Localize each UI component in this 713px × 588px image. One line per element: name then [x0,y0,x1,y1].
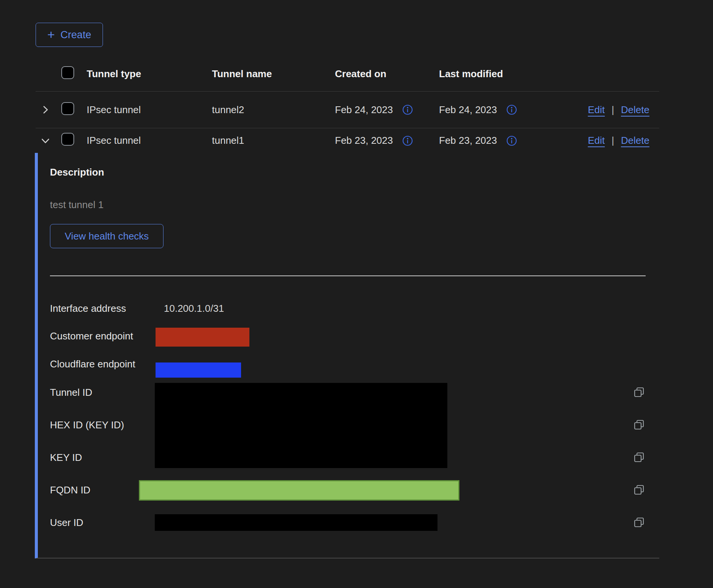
select-all-checkbox[interactable] [61,66,74,79]
detail-label-tunnel-id: Tunnel ID [50,387,92,398]
edit-link[interactable]: Edit [588,104,605,116]
chevron-down-icon [39,135,51,147]
action-separator: | [612,104,614,116]
created-on-cell: Feb 23, 2023 [335,135,393,146]
detail-label-cloudflare-endpoint: Cloudflare endpoint [50,358,135,370]
description-heading: Description [50,166,104,178]
last-modified-cell: Feb 23, 2023 [439,135,497,146]
table-row: IPsec tunnel tunnel2 Feb 24, 2023 Feb 24… [36,92,659,128]
column-header-last-modified: Last modified [439,68,583,80]
tunnel-name-cell: tunnel2 [212,104,335,116]
tunnels-table: Tunnel type Tunnel name Created on Last … [36,57,659,558]
expand-row-button[interactable] [39,103,52,116]
redacted-cloudflare-endpoint-value [156,362,241,378]
redacted-fqdn-id-value [139,480,459,501]
create-button[interactable]: + Create [36,23,103,47]
detail-label-user-id: User ID [50,517,83,528]
copy-icon [633,386,646,399]
created-on-cell: Feb 24, 2023 [335,104,393,116]
copy-hex-id-button[interactable] [633,418,646,431]
plus-icon: + [47,28,55,41]
row-checkbox[interactable] [61,102,74,115]
info-icon[interactable] [402,135,413,146]
copy-icon [633,451,646,464]
column-header-tunnel-type: Tunnel type [87,68,212,80]
copy-tunnel-id-button[interactable] [633,386,646,399]
copy-icon [633,418,646,431]
edit-link[interactable]: Edit [588,135,605,146]
view-health-checks-button[interactable]: View health checks [50,224,163,248]
column-header-tunnel-name: Tunnel name [212,68,335,80]
collapse-row-button[interactable] [39,134,52,147]
column-header-created-on: Created on [335,68,439,80]
action-separator: | [612,135,614,146]
info-icon[interactable] [402,104,413,115]
table-row: IPsec tunnel tunnel1 Feb 23, 2023 Feb 23… [36,128,659,153]
interface-address-value: 10.200.1.0/31 [164,303,224,314]
copy-icon [633,484,646,496]
tunnel-type-cell: IPsec tunnel [87,135,212,146]
redacted-ids-value-block [155,383,447,468]
info-icon[interactable] [506,135,517,146]
detail-label-hex-id: HEX ID (KEY ID) [50,419,124,431]
row-checkbox[interactable] [61,133,74,146]
copy-fqdn-id-button[interactable] [633,484,646,496]
chevron-right-icon [39,104,51,116]
table-header-row: Tunnel type Tunnel name Created on Last … [36,57,659,92]
info-icon[interactable] [506,104,517,115]
detail-label-key-id: KEY ID [50,452,82,463]
tunnel-name-cell: tunnel1 [212,135,335,146]
section-divider [50,275,646,276]
detail-label-fqdn-id: FQDN ID [50,484,90,496]
copy-icon [633,516,646,529]
delete-link[interactable]: Delete [621,104,649,116]
tunnel-type-cell: IPsec tunnel [87,104,212,116]
detail-label-customer-endpoint: Customer endpoint [50,330,133,342]
description-text: test tunnel 1 [50,199,104,211]
redacted-customer-endpoint-value [156,328,249,347]
create-button-label: Create [61,29,91,41]
detail-label-interface-address: Interface address [50,303,126,314]
copy-key-id-button[interactable] [633,451,646,464]
redacted-user-id-value [155,514,437,531]
expanded-row-panel: Description test tunnel 1 View health ch… [35,153,659,558]
last-modified-cell: Feb 24, 2023 [439,104,497,116]
copy-user-id-button[interactable] [633,516,646,529]
delete-link[interactable]: Delete [621,135,649,146]
